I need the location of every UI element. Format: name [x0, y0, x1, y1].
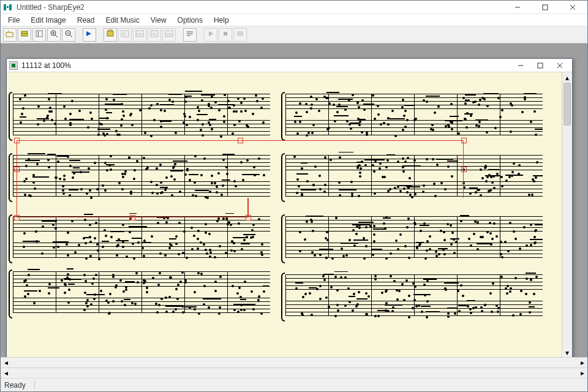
svg-rect-21 [107, 31, 113, 36]
scroll-right-icon[interactable]: ▸ [577, 368, 587, 378]
scroll-down-icon[interactable]: ▾ [562, 347, 572, 358]
zoom-out-icon [64, 29, 73, 40]
mdi-workspace: 11112 at 100% [1, 43, 587, 368]
svg-text:M: M [123, 32, 126, 36]
text-tool-icon: I [35, 29, 43, 40]
page-right [285, 72, 543, 358]
document-maximize-button[interactable] [530, 59, 550, 72]
vertical-scrollbar[interactable]: ▴ ▾ [562, 72, 572, 358]
edit-warnings-button[interactable] [183, 28, 197, 42]
selection-handle[interactable] [461, 138, 467, 143]
svg-rect-34 [224, 32, 227, 36]
staff-tool-button [233, 28, 247, 42]
scroll-track[interactable] [11, 368, 577, 378]
export-xml-icon: XML [165, 29, 173, 40]
workspace-horizontal-scrollbar[interactable]: ◂ ▸ [1, 357, 587, 368]
scan-button[interactable] [18, 28, 31, 42]
selection-rectangle[interactable] [17, 140, 464, 198]
menu-edit-image[interactable]: Edit Image [26, 15, 70, 26]
edit-warnings-icon [186, 29, 194, 40]
export-midi-icon: MID [135, 29, 144, 40]
svg-rect-2 [9, 4, 12, 10]
svg-marker-33 [209, 31, 213, 36]
svg-text:XML: XML [166, 32, 173, 36]
selection-handle[interactable] [14, 138, 20, 143]
open-image-icon [6, 29, 14, 40]
menu-view[interactable]: View [146, 15, 172, 26]
scroll-left-icon[interactable]: ◂ [1, 368, 11, 378]
menu-options[interactable]: Options [173, 15, 208, 26]
svg-rect-0 [4, 4, 6, 10]
score-canvas[interactable] [7, 72, 562, 358]
statusbar: Ready [1, 378, 587, 391]
text-tool-button[interactable]: I [32, 28, 46, 42]
svg-rect-4 [543, 5, 548, 10]
titlebar: Untitled - SharpEye2 [1, 1, 587, 14]
app-icon [3, 2, 13, 12]
export-midi-button: MID [133, 28, 146, 42]
play-button [204, 28, 217, 42]
stop-button [219, 28, 232, 42]
save-music-button[interactable] [104, 28, 117, 42]
maximize-button[interactable] [531, 1, 559, 14]
document-titlebar[interactable]: 11112 at 100% [7, 59, 572, 72]
minimize-button[interactable] [503, 1, 531, 14]
status-text: Ready [4, 381, 34, 390]
svg-line-14 [55, 35, 58, 37]
zoom-out-button[interactable] [62, 28, 75, 42]
play-icon [206, 29, 215, 40]
svg-text:I: I [37, 31, 39, 37]
menu-help[interactable]: Help [209, 15, 234, 26]
document-title: 11112 at 100% [21, 61, 71, 70]
svg-rect-40 [538, 63, 543, 68]
export-niff-icon: NIF [150, 29, 159, 40]
scroll-left-icon[interactable]: ◂ [1, 358, 11, 368]
read-button[interactable] [83, 28, 96, 42]
export-mro-button: M [118, 28, 132, 42]
staff-tool-icon [236, 29, 244, 40]
arrow-right-icon [85, 29, 94, 40]
document-minimize-button[interactable] [511, 59, 530, 72]
menu-read[interactable]: Read [72, 15, 100, 26]
svg-line-18 [70, 35, 72, 37]
svg-rect-1 [7, 6, 9, 8]
app-horizontal-scrollbar[interactable]: ◂ ▸ [1, 368, 587, 378]
export-xml-button: XML [162, 28, 176, 42]
selection-handle[interactable] [130, 215, 135, 221]
scroll-up-icon[interactable]: ▴ [562, 72, 572, 83]
stop-icon [221, 29, 230, 40]
scroll-track[interactable] [11, 358, 577, 368]
scroll-right-icon[interactable]: ▸ [577, 358, 587, 368]
selection-handle[interactable] [14, 215, 20, 221]
svg-text:MID: MID [137, 32, 143, 36]
menu-edit-music[interactable]: Edit Music [100, 15, 144, 26]
scan-icon [20, 29, 29, 40]
selection-handle[interactable] [238, 138, 243, 143]
scroll-thumb[interactable] [564, 83, 571, 126]
document-icon [9, 61, 18, 70]
window-title: Untitled - SharpEye2 [17, 3, 85, 12]
scroll-track[interactable] [562, 83, 572, 347]
svg-marker-20 [86, 31, 91, 36]
zoom-in-button[interactable] [47, 28, 61, 42]
selection-handle[interactable] [461, 167, 467, 172]
document-close-button[interactable] [550, 59, 570, 72]
toolbar: IMMIDNIFXML [1, 26, 587, 43]
export-mro-icon: M [121, 29, 129, 40]
svg-text:NIF: NIF [151, 32, 157, 36]
menu-file[interactable]: File [3, 15, 24, 26]
svg-rect-7 [6, 32, 13, 37]
document-window: 11112 at 100% [6, 58, 573, 358]
close-button[interactable] [559, 1, 586, 14]
app-window: Untitled - SharpEye2 File Edit Image Rea… [0, 0, 588, 392]
status-divider [34, 381, 35, 390]
save-music-icon [106, 29, 115, 40]
export-niff-button: NIF [148, 28, 161, 42]
selection-handle[interactable] [14, 167, 20, 172]
open-image-button[interactable] [3, 28, 17, 42]
zoom-in-icon [50, 29, 58, 40]
menubar: File Edit Image Read Edit Music View Opt… [1, 14, 587, 26]
